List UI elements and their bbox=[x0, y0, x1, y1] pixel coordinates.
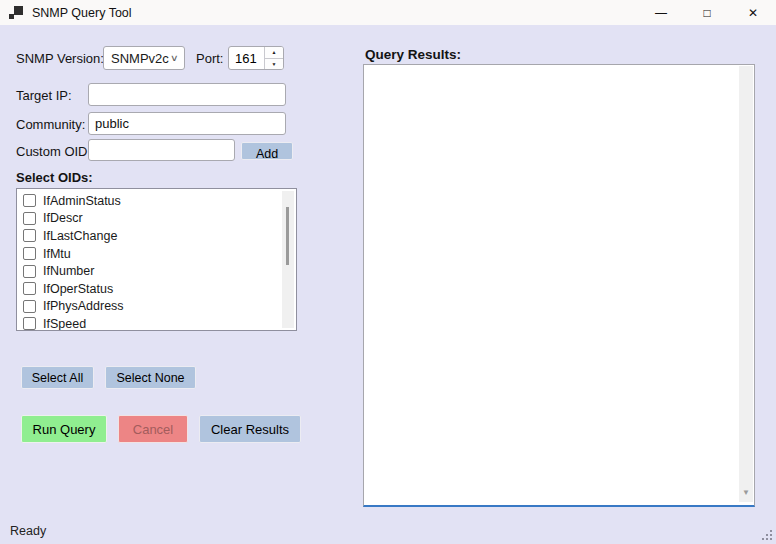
app-icon-square-small bbox=[9, 14, 14, 19]
close-icon: ✕ bbox=[748, 6, 758, 20]
clear-results-button[interactable]: Clear Results bbox=[199, 415, 301, 443]
spinner-up-icon: ▲ bbox=[272, 49, 277, 55]
close-button[interactable]: ✕ bbox=[730, 0, 776, 25]
resize-grip-icon[interactable] bbox=[762, 530, 764, 532]
app-icon bbox=[9, 6, 23, 20]
oid-checkbox[interactable] bbox=[23, 212, 36, 225]
minimize-icon: — bbox=[655, 6, 667, 20]
query-results-label: Query Results: bbox=[365, 47, 461, 62]
oid-checkbox[interactable] bbox=[23, 282, 36, 295]
oid-checkbox[interactable] bbox=[23, 300, 36, 313]
oid-list-item[interactable]: IfAdminStatus bbox=[17, 192, 296, 210]
oid-checkbox[interactable] bbox=[23, 247, 36, 260]
maximize-button[interactable]: □ bbox=[684, 0, 730, 25]
select-none-button[interactable]: Select None bbox=[105, 366, 196, 389]
oid-checkbox[interactable] bbox=[23, 265, 36, 278]
query-results-box[interactable]: ▼ bbox=[363, 64, 755, 507]
oid-list-item[interactable]: IfOperStatus bbox=[17, 280, 296, 298]
oid-label: IfSpeed bbox=[43, 317, 86, 331]
oid-label: IfMtu bbox=[43, 247, 71, 261]
app-window: SNMP Query Tool — □ ✕ SNMP Version: SNMP… bbox=[0, 0, 776, 544]
target-ip-field[interactable] bbox=[88, 83, 286, 106]
oid-list-scrollbar[interactable] bbox=[282, 191, 294, 328]
community-field[interactable] bbox=[88, 112, 286, 135]
scroll-down-icon[interactable]: ▼ bbox=[739, 488, 753, 497]
window-title: SNMP Query Tool bbox=[32, 6, 132, 20]
maximize-icon: □ bbox=[703, 6, 710, 20]
oid-list: IfAdminStatus IfDescr IfLastChange IfMtu… bbox=[16, 188, 297, 331]
port-input[interactable] bbox=[229, 47, 264, 69]
select-all-label: Select All bbox=[32, 371, 83, 385]
port-spin-buttons: ▲ ▼ bbox=[264, 47, 283, 69]
oid-label: IfNumber bbox=[43, 264, 94, 278]
query-results-text bbox=[368, 67, 736, 501]
oid-list-item[interactable]: IfSpeed bbox=[17, 315, 296, 331]
oid-label: IfDescr bbox=[43, 211, 83, 225]
oid-list-item[interactable]: IfNumber bbox=[17, 262, 296, 280]
clear-results-label: Clear Results bbox=[211, 422, 289, 437]
oid-label: IfPhysAddress bbox=[43, 299, 124, 313]
custom-oid-label: Custom OID: bbox=[16, 144, 91, 159]
minimize-button[interactable]: — bbox=[638, 0, 684, 25]
oid-label: IfLastChange bbox=[43, 229, 117, 243]
oid-checkbox[interactable] bbox=[23, 194, 36, 207]
oid-checkbox[interactable] bbox=[23, 317, 36, 330]
port-stepper: ▲ ▼ bbox=[228, 46, 284, 70]
status-text: Ready bbox=[10, 524, 46, 538]
results-scrollbar[interactable]: ▼ bbox=[739, 66, 753, 502]
title-bar: SNMP Query Tool — □ ✕ bbox=[0, 0, 776, 25]
oid-list-item[interactable]: IfPhysAddress bbox=[17, 298, 296, 316]
community-label: Community: bbox=[16, 117, 85, 132]
oid-list-item[interactable]: IfLastChange bbox=[17, 227, 296, 245]
spinner-up-button[interactable]: ▲ bbox=[265, 47, 283, 58]
snmp-version-label: SNMP Version: bbox=[16, 51, 104, 66]
oid-list-scrollbar-thumb[interactable] bbox=[286, 207, 289, 265]
select-oids-label: Select OIDs: bbox=[16, 170, 93, 185]
chevron-down-icon: ∨ bbox=[170, 53, 179, 63]
run-query-label: Run Query bbox=[33, 422, 96, 437]
oid-list-item[interactable]: IfDescr bbox=[17, 210, 296, 228]
snmp-version-value: SNMPv2c bbox=[111, 51, 169, 66]
target-ip-label: Target IP: bbox=[16, 88, 72, 103]
oid-list-item[interactable]: IfMtu bbox=[17, 245, 296, 263]
custom-oid-field[interactable] bbox=[88, 139, 235, 161]
snmp-version-select[interactable]: SNMPv2c ∨ bbox=[103, 46, 185, 70]
run-query-button[interactable]: Run Query bbox=[21, 415, 107, 443]
select-none-label: Select None bbox=[116, 371, 184, 385]
select-all-button[interactable]: Select All bbox=[21, 366, 94, 389]
cancel-button[interactable]: Cancel bbox=[118, 415, 188, 443]
spinner-down-icon: ▼ bbox=[272, 61, 277, 67]
oid-checkbox[interactable] bbox=[23, 229, 36, 242]
oid-label: IfOperStatus bbox=[43, 282, 113, 296]
app-icon-square-big bbox=[14, 6, 23, 15]
spinner-down-button[interactable]: ▼ bbox=[265, 58, 283, 70]
window-controls: — □ ✕ bbox=[638, 0, 776, 25]
add-oid-button[interactable]: Add bbox=[241, 142, 293, 160]
add-oid-button-label: Add bbox=[256, 143, 278, 160]
port-label: Port: bbox=[196, 51, 223, 66]
oid-label: IfAdminStatus bbox=[43, 194, 121, 208]
cancel-label: Cancel bbox=[133, 422, 173, 437]
